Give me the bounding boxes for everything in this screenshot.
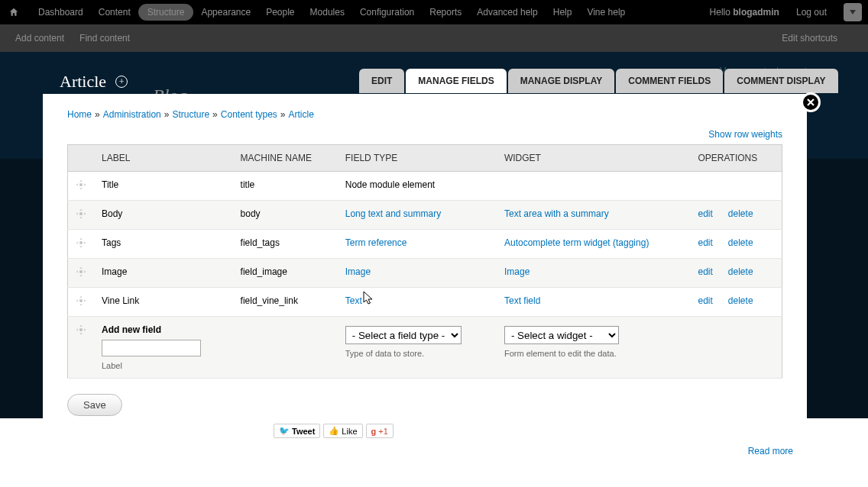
shortcut-bar: Add contentFind content Edit shortcuts <box>0 24 868 52</box>
widget-link[interactable]: Image <box>504 266 530 277</box>
admin-menu-structure[interactable]: Structure <box>138 4 194 21</box>
read-more-link[interactable]: Read more <box>748 446 793 456</box>
field-label: Vine Link <box>94 288 233 317</box>
field-label: Body <box>94 201 233 230</box>
col-machine: MACHINE NAME <box>233 145 338 172</box>
field-type-select[interactable]: - Select a field type - <box>345 326 462 344</box>
field-machine-name: field_tags <box>233 230 338 259</box>
breadcrumb: Home»Administration»Structure»Content ty… <box>67 109 782 120</box>
shortcut-add-content[interactable]: Add content <box>15 33 64 44</box>
close-icon[interactable] <box>801 92 821 112</box>
home-icon[interactable] <box>6 5 21 20</box>
admin-menu-configuration[interactable]: Configuration <box>352 1 422 24</box>
overlay-tabs: EDITMANAGE FIELDSMANAGE DISPLAYCOMMENT F… <box>359 69 838 93</box>
admin-menu-help[interactable]: Help <box>546 1 580 24</box>
edit-link[interactable]: edit <box>698 237 713 248</box>
drag-handle-icon[interactable] <box>76 179 86 190</box>
tweet-button[interactable]: 🐦Tweet <box>274 424 320 438</box>
admin-menu-modules[interactable]: Modules <box>303 1 352 24</box>
widget-link[interactable]: Autocomplete term widget (tagging) <box>504 237 649 248</box>
field-type-link[interactable]: Text <box>345 295 362 306</box>
admin-menu-reports[interactable]: Reports <box>422 1 469 24</box>
widget-link[interactable]: Text field <box>504 295 540 306</box>
col-ops: OPERATIONS <box>691 145 782 172</box>
hello-text: Hello blogadmin <box>710 7 779 18</box>
admin-toolbar: DashboardContentStructureAppearancePeopl… <box>0 0 868 24</box>
breadcrumb-home[interactable]: Home <box>67 109 92 120</box>
drag-handle-icon[interactable] <box>76 295 86 306</box>
type-helptext: Type of data to store. <box>345 349 489 358</box>
breadcrumb-structure[interactable]: Structure <box>172 109 209 120</box>
toolbar-dropdown-toggle[interactable] <box>844 3 862 21</box>
admin-menu-appearance[interactable]: Appearance <box>193 1 258 24</box>
col-label: LABEL <box>94 145 233 172</box>
widget-link[interactable]: Text area with a summary <box>504 208 609 219</box>
table-row: Tagsfield_tagsTerm referenceAutocomplete… <box>68 230 782 259</box>
drag-handle-icon[interactable] <box>76 208 86 219</box>
tab-edit[interactable]: EDIT <box>359 69 404 93</box>
col-widget: WIDGET <box>497 145 691 172</box>
drag-handle-icon[interactable] <box>76 324 86 335</box>
widget-helptext: Form element to edit the data. <box>504 349 683 358</box>
admin-menu-advanced-help[interactable]: Advanced help <box>469 1 545 24</box>
overlay-panel: Home»Administration»Structure»Content ty… <box>43 94 807 437</box>
breadcrumb-administration[interactable]: Administration <box>103 109 161 120</box>
tab-manage-display[interactable]: MANAGE DISPLAY <box>508 69 615 93</box>
edit-link[interactable]: edit <box>698 208 713 219</box>
shortcut-find-content[interactable]: Find content <box>79 33 130 44</box>
delete-link[interactable]: delete <box>728 266 753 277</box>
breadcrumb-content-types[interactable]: Content types <box>221 109 277 120</box>
admin-menu-vine-help[interactable]: Vine help <box>579 1 633 24</box>
save-button[interactable]: Save <box>67 394 122 416</box>
delete-link[interactable]: delete <box>728 237 753 248</box>
admin-menu-dashboard[interactable]: Dashboard <box>31 1 91 24</box>
show-row-weights-link[interactable]: Show row weights <box>708 129 782 140</box>
field-type-link[interactable]: Long text and summary <box>345 208 441 219</box>
field-machine-name: title <box>233 172 338 201</box>
col-field: FIELD TYPE <box>338 145 497 172</box>
edit-link[interactable]: edit <box>698 266 713 277</box>
tab-comment-display[interactable]: COMMENT DISPLAY <box>724 69 837 93</box>
overlay-title: Article + <box>60 72 128 92</box>
shortcut-add-icon[interactable]: + <box>115 76 128 88</box>
field-label: Tags <box>94 230 233 259</box>
admin-logout-link[interactable]: Log out <box>789 1 834 24</box>
widget-select[interactable]: - Select a widget - <box>504 326 619 344</box>
field-type-link[interactable]: Image <box>345 266 371 277</box>
like-button[interactable]: 👍Like <box>323 424 362 438</box>
social-buttons: 🐦Tweet 👍Like g+1 <box>274 424 394 438</box>
admin-menu-content[interactable]: Content <box>91 1 138 24</box>
field-type-link[interactable]: Term reference <box>345 237 407 248</box>
edit-shortcuts-link[interactable]: Edit shortcuts <box>782 33 837 44</box>
tab-comment-fields[interactable]: COMMENT FIELDS <box>616 69 723 93</box>
drag-handle-icon[interactable] <box>76 237 86 248</box>
content-bg <box>0 418 868 487</box>
new-field-label-input[interactable] <box>102 340 201 356</box>
admin-menu-people[interactable]: People <box>258 1 302 24</box>
delete-link[interactable]: delete <box>728 295 753 306</box>
field-label: Image <box>94 259 233 288</box>
delete-link[interactable]: delete <box>728 208 753 219</box>
field-machine-name: field_vine_link <box>233 288 338 317</box>
field-machine-name: body <box>233 201 338 230</box>
field-machine-name: field_image <box>233 259 338 288</box>
fields-table: LABEL MACHINE NAME FIELD TYPE WIDGET OPE… <box>67 144 782 379</box>
edit-link[interactable]: edit <box>698 295 713 306</box>
field-label: Title <box>94 172 233 201</box>
breadcrumb-article[interactable]: Article <box>289 109 314 120</box>
add-new-field-title: Add new field <box>102 324 161 335</box>
drag-handle-icon[interactable] <box>76 266 86 277</box>
table-row: Vine Linkfield_vine_linkTextText fielded… <box>68 288 782 317</box>
table-row: BodybodyLong text and summaryText area w… <box>68 201 782 230</box>
table-row: Imagefield_imageImageImageeditdelete <box>68 259 782 288</box>
tab-manage-fields[interactable]: MANAGE FIELDS <box>406 69 506 93</box>
label-helptext: Label <box>102 361 225 370</box>
table-row: TitletitleNode module element <box>68 172 782 201</box>
gplus-button[interactable]: g+1 <box>366 424 394 438</box>
